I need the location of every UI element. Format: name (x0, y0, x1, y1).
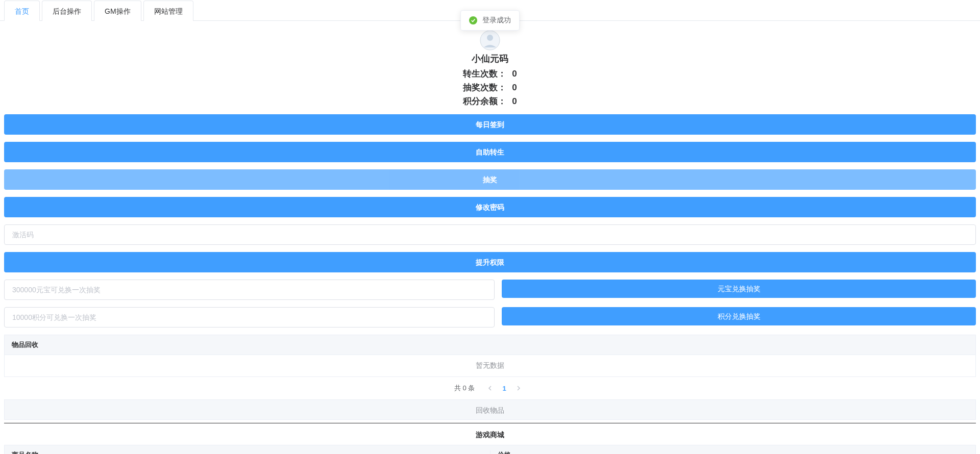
pagination-page-1[interactable]: 1 (497, 381, 511, 395)
success-check-icon (469, 16, 477, 24)
login-success-toast: 登录成功 (460, 10, 520, 31)
shop-col-name: 商品名称 (5, 450, 491, 454)
lottery-button[interactable]: 抽奖 (4, 169, 976, 190)
shop-table-header: 商品名称 价格 (4, 445, 976, 454)
upgrade-permission-button[interactable]: 提升权限 (4, 252, 976, 272)
username: 小仙元码 (4, 53, 976, 65)
self-rebirth-button[interactable]: 自助转生 (4, 142, 976, 162)
yuanbao-exchange-input[interactable] (4, 280, 495, 300)
toast-message: 登录成功 (482, 16, 511, 25)
pagination-next-button[interactable] (511, 381, 526, 395)
pagination-prev-button[interactable] (483, 381, 497, 395)
shop-title: 游戏商城 (4, 423, 976, 445)
change-password-button[interactable]: 修改密码 (4, 197, 976, 217)
stat-value: 0 (512, 96, 517, 106)
points-exchange-input[interactable] (4, 307, 495, 327)
stat-points: 积分余额： 0 (4, 95, 976, 107)
points-exchange-button[interactable]: 积分兑换抽奖 (502, 307, 976, 325)
svg-point-1 (487, 35, 493, 41)
recycle-items-button[interactable]: 回收物品 (4, 399, 976, 420)
stat-value: 0 (512, 83, 517, 92)
recycling-header-label: 物品回收 (12, 340, 38, 349)
stat-lottery: 抽奖次数： 0 (4, 82, 976, 93)
tab-backend[interactable]: 后台操作 (42, 1, 92, 21)
profile-section: 小仙元码 转生次数： 0 抽奖次数： 0 积分余额： 0 (4, 25, 976, 114)
stat-label: 抽奖次数： (463, 83, 506, 92)
tab-gm[interactable]: GM操作 (94, 1, 141, 21)
shop-col-price: 价格 (491, 450, 976, 454)
recycling-table-header: 物品回收 (4, 335, 976, 355)
tab-site-manage[interactable]: 网站管理 (143, 1, 193, 21)
stat-value: 0 (512, 69, 517, 79)
avatar (480, 30, 500, 51)
yuanbao-exchange-button[interactable]: 元宝兑换抽奖 (502, 280, 976, 298)
daily-sign-button[interactable]: 每日签到 (4, 114, 976, 135)
activation-code-input[interactable] (4, 224, 976, 245)
recycling-pagination: 共 0 条 1 (4, 377, 976, 399)
stat-rebirth: 转生次数： 0 (4, 68, 976, 80)
pagination-total: 共 0 条 (454, 384, 475, 393)
recycling-empty: 暂无数据 (4, 355, 976, 377)
stat-label: 积分余额： (463, 96, 506, 106)
tab-home[interactable]: 首页 (4, 1, 40, 21)
stat-label: 转生次数： (463, 69, 506, 79)
